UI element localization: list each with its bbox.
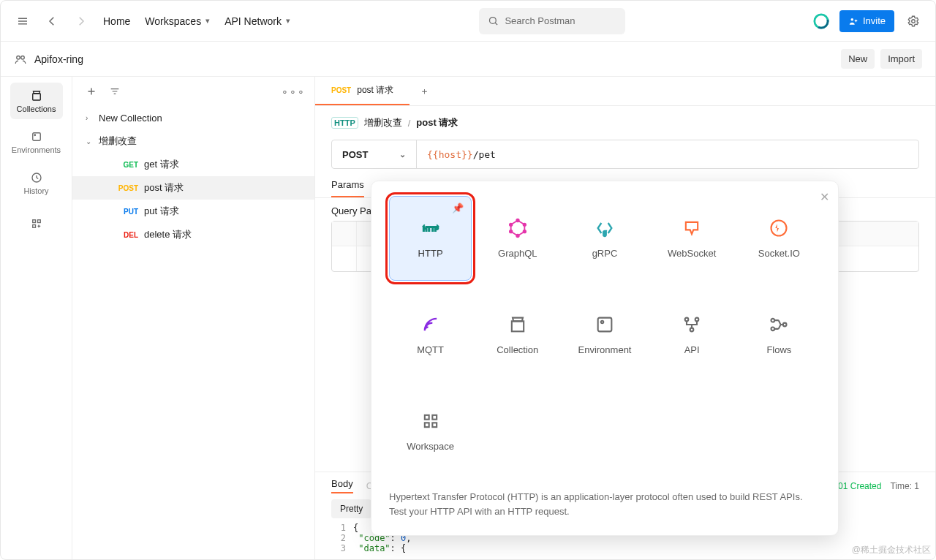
pretty-toggle[interactable]: Pretty: [331, 499, 371, 518]
svg-point-41: [685, 318, 689, 322]
svg-text:HTTP: HTTP: [423, 226, 439, 232]
crumb-folder[interactable]: 增删改查: [364, 116, 402, 129]
rail-more[interactable]: [10, 205, 63, 242]
method-dropdown[interactable]: POST⌄: [332, 140, 417, 168]
card-graphql[interactable]: GraphQL: [476, 196, 559, 281]
http-badge-icon: HTTP: [331, 117, 358, 129]
card-environment[interactable]: Environment: [563, 292, 646, 377]
svg-point-7: [850, 18, 853, 20]
close-icon[interactable]: ✕: [820, 190, 829, 204]
settings-icon[interactable]: [903, 11, 924, 31]
sidebar: ∘∘∘ ›New Collection ⌄增删改查 GETget 请求POSTp…: [72, 77, 315, 560]
api-icon: [682, 314, 702, 337]
svg-rect-48: [432, 415, 437, 420]
svg-point-40: [601, 321, 604, 324]
card-http[interactable]: 📌HTTPHTTP: [389, 196, 472, 281]
environment-icon: [595, 314, 615, 337]
svg-point-32: [516, 235, 519, 238]
pin-icon: 📌: [452, 203, 464, 213]
crumb-current: post 请求: [416, 116, 458, 129]
card-flows[interactable]: Flows: [738, 292, 820, 377]
svg-point-30: [523, 224, 526, 227]
topbar: Home Workspaces▾ API Network▾ Search Pos…: [1, 1, 935, 42]
svg-marker-36: [686, 222, 698, 234]
popover-description: Hypertext Transfer Protocol (HTTP) is an…: [389, 490, 820, 519]
more-icon[interactable]: ∘∘∘: [282, 81, 306, 102]
status-badge: 201 Created: [833, 481, 881, 491]
card-socketio[interactable]: Socket.IO: [738, 196, 820, 281]
http-icon: HTTP: [420, 218, 441, 241]
svg-point-43: [690, 328, 694, 332]
request-tabs: POST post 请求 ＋: [315, 77, 935, 106]
card-api[interactable]: API: [651, 292, 733, 377]
resp-tab-body[interactable]: Body: [331, 478, 353, 493]
tree-request[interactable]: PUTput 请求: [72, 200, 314, 223]
svg-rect-17: [32, 220, 35, 223]
mqtt-icon: [420, 314, 441, 337]
search-input[interactable]: Search Postman: [479, 8, 625, 34]
rail-collections[interactable]: Collections: [10, 83, 63, 119]
tree-request[interactable]: GETget 请求: [72, 153, 314, 176]
left-rail: Collections Environments History: [1, 77, 72, 560]
svg-point-31: [523, 230, 526, 233]
svg-rect-50: [432, 423, 437, 427]
tab-add[interactable]: ＋: [410, 77, 439, 105]
card-workspace[interactable]: Workspace: [389, 389, 472, 474]
tree-folder[interactable]: ⌄增删改查: [72, 129, 314, 153]
nav-api-network[interactable]: API Network▾: [222, 11, 293, 31]
rail-environments[interactable]: Environments: [10, 124, 63, 160]
tree-request[interactable]: DELdelete 请求: [72, 223, 314, 246]
svg-rect-49: [424, 423, 429, 427]
time-label: Time: 1: [890, 481, 919, 491]
card-mqtt[interactable]: MQTT: [389, 292, 472, 377]
forward-icon[interactable]: [71, 11, 91, 31]
back-icon[interactable]: [42, 11, 62, 31]
websocket-icon: [682, 218, 702, 241]
svg-rect-19: [32, 225, 35, 228]
new-request-popover: ✕ 📌HTTPHTTPGraphQLggRPCWebSocketSocket.I…: [371, 181, 839, 536]
card-collection[interactable]: Collection: [476, 292, 559, 377]
svg-rect-13: [32, 94, 40, 100]
svg-point-46: [783, 323, 787, 327]
import-button[interactable]: Import: [880, 49, 922, 69]
flows-icon: [769, 314, 789, 337]
svg-point-3: [490, 18, 497, 24]
request-url-bar: POST⌄ {{host}}/pet: [331, 140, 919, 169]
svg-rect-18: [37, 220, 40, 223]
svg-rect-14: [32, 132, 40, 140]
filter-icon[interactable]: [109, 86, 121, 97]
svg-text:g: g: [603, 230, 607, 236]
rail-history[interactable]: History: [10, 164, 63, 201]
workspace-header: Apifox-ring New Import: [1, 42, 935, 77]
new-button[interactable]: New: [841, 49, 875, 69]
collection-icon: [507, 314, 528, 337]
nav-home[interactable]: Home: [100, 11, 133, 31]
svg-point-12: [21, 56, 25, 59]
tab-active[interactable]: POST post 请求: [315, 77, 410, 105]
svg-point-44: [771, 319, 775, 322]
tree-request[interactable]: POSTpost 请求: [72, 176, 314, 200]
socketio-icon: [769, 218, 789, 241]
people-icon: [14, 53, 27, 66]
tree-collection[interactable]: ›New Collection: [72, 106, 314, 129]
avatar[interactable]: [812, 12, 831, 31]
workspace-name[interactable]: Apifox-ring: [34, 53, 83, 65]
svg-point-42: [695, 318, 699, 322]
grpc-icon: g: [595, 218, 615, 241]
svg-point-15: [34, 135, 36, 136]
card-websocket[interactable]: WebSocket: [651, 196, 733, 281]
menu-icon[interactable]: [12, 11, 33, 31]
watermark: @稀土掘金技术社区: [852, 544, 931, 556]
card-grpc[interactable]: ggRPC: [563, 196, 646, 281]
svg-point-33: [510, 230, 513, 233]
svg-point-45: [771, 328, 775, 331]
svg-point-10: [912, 19, 916, 23]
subtab-params[interactable]: Params: [331, 179, 364, 197]
invite-button[interactable]: Invite: [839, 10, 894, 32]
url-input[interactable]: {{host}}/pet: [417, 149, 918, 160]
breadcrumb: HTTP 增删改查 / post 请求: [315, 106, 935, 137]
nav-workspaces[interactable]: Workspaces▾: [142, 11, 213, 31]
svg-point-34: [510, 224, 513, 227]
svg-marker-28: [510, 221, 524, 236]
add-icon[interactable]: [81, 81, 102, 102]
